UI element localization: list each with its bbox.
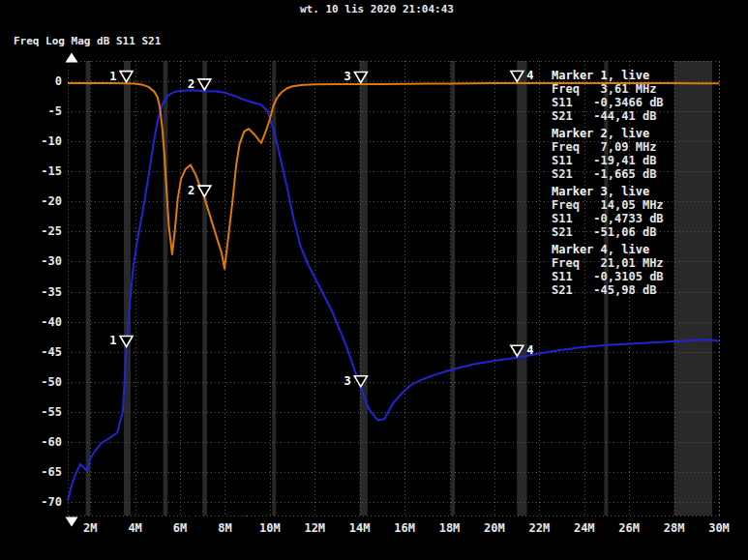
y-tick-label: -55 — [21, 405, 62, 419]
x-tick-label: 6M — [161, 521, 199, 535]
marker-s11-value: S11 -0,3105 dB — [552, 270, 664, 283]
marker-2-label-s11: 2 — [188, 184, 194, 197]
y-axis-up-arrow-icon[interactable] — [66, 53, 78, 63]
marker-1-label-s21: 1 — [109, 334, 116, 347]
marker-3-label-s21: 3 — [344, 374, 351, 388]
x-tick-label: 20M — [475, 521, 514, 535]
x-tick-label: 16M — [385, 521, 424, 535]
ham-band-stripe — [674, 61, 712, 516]
x-tick-label: 14M — [341, 521, 379, 535]
marker-readout-panel: Marker 1, liveFreq 3,61 MHzS11 -0,3466 d… — [552, 69, 664, 301]
marker-4-readout: Marker 4, liveFreq 21,01 MHzS11 -0,3105 … — [552, 243, 664, 297]
marker-1-triangle-s21[interactable] — [120, 336, 133, 346]
y-tick-label: -60 — [21, 435, 62, 449]
marker-2-label-s21: 2 — [188, 77, 194, 91]
x-tick-label: 2M — [71, 521, 109, 535]
marker-1-triangle-s11[interactable] — [120, 72, 133, 82]
y-tick-label: -40 — [21, 315, 62, 329]
x-tick-label: 4M — [116, 521, 155, 535]
marker-2-triangle-s11[interactable] — [198, 186, 211, 196]
y-tick-label: -35 — [21, 285, 62, 299]
ham-band-stripe — [124, 61, 131, 516]
x-tick-label: 12M — [295, 521, 334, 535]
y-tick-label: -45 — [21, 345, 62, 359]
y-tick-label: -65 — [21, 465, 62, 479]
marker-title: Marker 4, live — [552, 243, 664, 256]
y-tick-label: -70 — [21, 495, 62, 509]
marker-freq-value: Freq 7,09 MHz — [552, 140, 664, 154]
marker-2-readout: Marker 2, liveFreq 7,09 MHzS11 -19,41 dB… — [552, 127, 664, 181]
marker-1-label-s11: 1 — [109, 70, 116, 83]
marker-4-label-s11: 4 — [526, 69, 533, 82]
marker-s11-value: S11 -0,3466 dB — [552, 96, 664, 109]
marker-title: Marker 2, live — [552, 127, 664, 140]
x-tick-label: 10M — [251, 521, 289, 535]
y-tick-label: -5 — [21, 104, 62, 118]
ham-band-stripe — [451, 61, 455, 516]
ham-band-stripe — [517, 61, 526, 516]
y-tick-label: -15 — [21, 164, 62, 178]
marker-title: Marker 3, live — [552, 185, 664, 198]
x-tick-label: 18M — [431, 521, 469, 535]
marker-4-label-s21: 4 — [526, 343, 533, 357]
marker-s11-value: S11 -0,4733 dB — [552, 212, 664, 225]
marker-3-readout: Marker 3, liveFreq 14,05 MHzS11 -0,4733 … — [552, 185, 664, 239]
marker-s11-value: S11 -19,41 dB — [552, 154, 664, 167]
ham-band-stripe — [164, 61, 168, 516]
marker-freq-value: Freq 3,61 MHz — [552, 82, 664, 96]
marker-s21-value: S21 -44,41 dB — [552, 109, 664, 123]
x-tick-label: 30M — [700, 521, 738, 535]
y-tick-label: -20 — [21, 194, 62, 208]
x-tick-label: 8M — [205, 521, 244, 535]
y-tick-label: -50 — [21, 375, 62, 389]
marker-1-readout: Marker 1, liveFreq 3,61 MHzS11 -0,3466 d… — [552, 69, 664, 123]
marker-s21-value: S21 -1,665 dB — [552, 167, 664, 181]
x-tick-label: 28M — [655, 521, 694, 535]
y-tick-label: -30 — [21, 254, 62, 268]
x-tick-label: 24M — [565, 521, 604, 535]
marker-title: Marker 1, live — [552, 69, 664, 82]
x-tick-label: 26M — [610, 521, 648, 535]
marker-freq-value: Freq 21,01 MHz — [552, 256, 664, 270]
y-tick-label: -10 — [21, 134, 62, 148]
marker-freq-value: Freq 14,05 MHz — [552, 198, 664, 212]
marker-s21-value: S21 -51,06 dB — [552, 225, 664, 239]
ham-band-stripe — [360, 61, 368, 516]
x-tick-label: 22M — [520, 521, 558, 535]
marker-s21-value: S21 -45,98 dB — [552, 283, 664, 297]
y-tick-label: -25 — [21, 224, 62, 238]
analyzer-screen: wt. 10 lis 2020 21:04:43 Freq Log Mag dB… — [0, 0, 748, 560]
ham-band-stripe — [202, 61, 207, 516]
ham-band-stripe — [86, 61, 91, 516]
marker-3-label-s11: 3 — [344, 70, 351, 83]
marker-2-triangle-s21[interactable] — [198, 79, 211, 90]
y-tick-label: 0 — [21, 74, 62, 88]
